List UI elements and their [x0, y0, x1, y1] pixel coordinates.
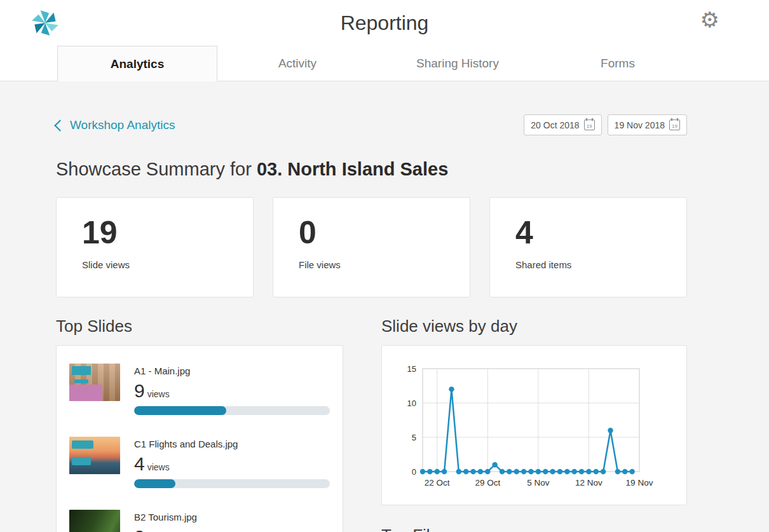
- stat-card-shared-items: 4 Shared items: [489, 197, 687, 297]
- svg-text:0: 0: [412, 467, 416, 477]
- stat-value: 0: [299, 214, 444, 251]
- stat-label: Shared items: [515, 259, 661, 270]
- tab-forms[interactable]: Forms: [538, 46, 698, 81]
- svg-text:29 Oct: 29 Oct: [475, 478, 500, 488]
- slide-views-count: 4views: [134, 454, 330, 474]
- settings-gear-icon[interactable]: ⚙: [700, 9, 719, 31]
- start-date-value: 20 Oct 2018: [531, 120, 579, 130]
- calendar-icon: 19: [669, 119, 680, 130]
- end-date-value: 19 Nov 2018: [615, 120, 665, 130]
- top-slides-card: A1 - Main.jpg 9views C1 Flights and Deal…: [56, 345, 343, 532]
- slide-thumbnail: [69, 364, 120, 401]
- slide-list-item: C1 Flights and Deals.jpg 4views: [69, 437, 330, 488]
- svg-text:5 Nov: 5 Nov: [527, 478, 550, 488]
- start-date-button[interactable]: 20 Oct 2018 19: [524, 114, 601, 135]
- slide-views-by-day-heading: Slide views by day: [381, 317, 687, 336]
- slide-thumbnail: [69, 510, 120, 532]
- slide-name: C1 Flights and Deals.jpg: [134, 439, 330, 449]
- showcase-name: 03. North Island Sales: [257, 159, 448, 179]
- toolbar-row: Workshop Analytics 20 Oct 2018 19 19 Nov…: [56, 81, 687, 135]
- svg-text:12 Nov: 12 Nov: [575, 478, 602, 488]
- tab-activity[interactable]: Activity: [217, 46, 378, 81]
- showcase-summary-heading: Showcase Summary for 03. North Island Sa…: [56, 159, 687, 180]
- stat-card-file-views: 0 File views: [273, 197, 470, 297]
- date-range-picker: 20 Oct 2018 19 19 Nov 2018 19: [524, 114, 687, 135]
- stat-value: 4: [515, 214, 661, 251]
- slide-list-item: A1 - Main.jpg 9views: [69, 364, 330, 415]
- slide-views-progressbar: [134, 406, 330, 415]
- breadcrumb-label: Workshop Analytics: [70, 118, 175, 132]
- slide-views-progressbar: [134, 479, 330, 488]
- summary-prefix: Showcase Summary for: [56, 159, 257, 179]
- slide-views-count: 2views: [134, 528, 330, 532]
- calendar-icon: 19: [584, 119, 595, 130]
- progressbar-fill: [134, 479, 175, 488]
- app-header: Reporting ⚙: [0, 0, 769, 46]
- slide-list-item: B2 Tourism.jpg 2views: [69, 510, 330, 532]
- tab-analytics[interactable]: Analytics: [57, 46, 217, 81]
- top-files-heading: Top Files: [381, 526, 447, 532]
- slide-views-chart-card: 05101522 Oct29 Oct5 Nov12 Nov19 Nov: [381, 345, 687, 505]
- top-files-header-row: Top Files File Views: [381, 526, 687, 532]
- slide-views-count: 9views: [134, 381, 330, 400]
- main-content: Workshop Analytics 20 Oct 2018 19 19 Nov…: [0, 81, 769, 532]
- showcase-logo-icon[interactable]: [29, 7, 61, 39]
- top-slides-heading: Top Slides: [56, 317, 343, 336]
- slide-name: B2 Tourism.jpg: [134, 512, 330, 522]
- svg-text:19 Nov: 19 Nov: [626, 478, 653, 488]
- tab-bar: Analytics Activity Sharing History Forms: [0, 46, 769, 81]
- tab-sharing-history[interactable]: Sharing History: [378, 46, 538, 81]
- svg-text:10: 10: [407, 399, 416, 408]
- progressbar-fill: [134, 406, 226, 415]
- end-date-button[interactable]: 19 Nov 2018 19: [608, 114, 687, 135]
- stat-label: File views: [299, 259, 444, 270]
- stat-value: 19: [82, 214, 228, 251]
- chevron-left-icon: [54, 119, 65, 131]
- slide-thumbnail: [69, 437, 120, 474]
- breadcrumb-back-link[interactable]: Workshop Analytics: [56, 118, 175, 132]
- page-title: Reporting: [341, 11, 429, 35]
- svg-text:22 Oct: 22 Oct: [425, 478, 450, 488]
- stat-label: Slide views: [82, 259, 228, 270]
- svg-text:15: 15: [407, 364, 416, 374]
- svg-text:5: 5: [412, 433, 416, 442]
- slide-views-by-day-chart: 05101522 Oct29 Oct5 Nov12 Nov19 Nov: [382, 346, 686, 505]
- stat-cards-row: 19 Slide views 0 File views 4 Shared ite…: [56, 197, 687, 297]
- stat-card-slide-views: 19 Slide views: [56, 197, 254, 297]
- slide-name: A1 - Main.jpg: [134, 365, 330, 376]
